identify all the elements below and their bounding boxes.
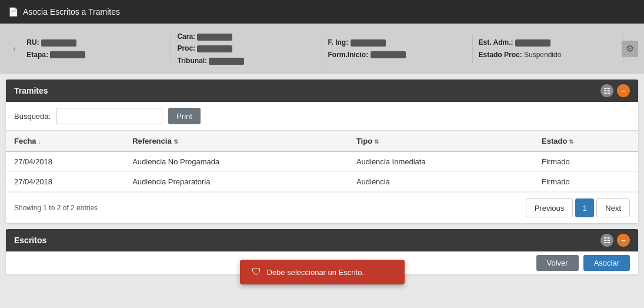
escritos-header: Escritos ☷ − <box>6 229 638 251</box>
tramites-table: Fecha↓ Referencia⇅ Tipo⇅ Estado⇅ 27/04/2… <box>6 131 638 192</box>
next-button[interactable]: Next <box>596 198 630 217</box>
tramites-title: Tramites <box>14 86 48 95</box>
sort-referencia: ⇅ <box>173 138 178 145</box>
navbar-title: Asocia Escritos a Tramites <box>23 7 120 16</box>
navbar: 📄 Asocia Escritos a Tramites <box>0 0 644 24</box>
cell-tipo: Audiencia <box>348 172 533 192</box>
cell-referencia: Audiencia Preparatoria <box>124 172 348 192</box>
tramites-settings-icon[interactable]: ☷ <box>600 84 613 97</box>
tribunal-value <box>209 58 244 65</box>
volver-button[interactable]: Volver <box>536 255 579 271</box>
toast-message: Debe seleccionar un Escrito. <box>267 268 364 277</box>
asociar-button[interactable]: Asociar <box>583 255 630 271</box>
cell-fecha: 27/04/2018 <box>6 172 124 192</box>
search-input[interactable] <box>56 108 162 124</box>
tramites-header-icons: ☷ − <box>600 84 630 97</box>
cell-estado: Firmado <box>533 172 638 192</box>
cell-tipo: Audiencia Inmediata <box>348 151 533 172</box>
sort-fecha: ↓ <box>38 138 41 145</box>
forminicio-value <box>371 51 406 58</box>
tramites-table-body: 27/04/2018Audiencia No ProgamadaAudienci… <box>6 151 638 192</box>
etapa-value <box>50 51 85 58</box>
fing-value <box>351 39 386 47</box>
sort-tipo: ⇅ <box>374 138 379 145</box>
col-estado[interactable]: Estado⇅ <box>533 131 638 152</box>
cara-value <box>197 34 232 41</box>
cell-referencia: Audiencia No Progamada <box>124 151 348 172</box>
search-label: Busqueda: <box>14 112 51 121</box>
col-fecha[interactable]: Fecha↓ <box>6 131 124 152</box>
showing-text: Showing 1 to 2 of 2 entries <box>14 204 98 212</box>
tramites-table-head: Fecha↓ Referencia⇅ Tipo⇅ Estado⇅ <box>6 131 638 152</box>
toast-icon: 🛡 <box>252 267 261 277</box>
previous-button[interactable]: Previous <box>526 198 573 217</box>
info-block-3: F. Ing: Form.Inicio: <box>322 34 473 63</box>
page-1-button[interactable]: 1 <box>575 198 594 217</box>
estadoproc-value: Suspendido <box>524 51 561 59</box>
info-block-2: Cara: Proc: Tribunal: <box>171 28 322 69</box>
escritos-header-icons: ☷ − <box>600 234 630 247</box>
search-bar: Busqueda: Print <box>6 102 638 131</box>
print-button[interactable]: Print <box>168 108 201 124</box>
tramites-header: Tramites ☷ − <box>6 80 638 102</box>
toast-container: 🛡 Debe seleccionar un Escrito. <box>240 260 405 284</box>
proc-value <box>197 45 232 52</box>
sort-estado: ⇅ <box>569 138 573 145</box>
info-block-1: RU: Etapa: <box>21 34 171 63</box>
gear-icon: ⚙ <box>626 43 634 54</box>
pagination-controls: Previous 1 Next <box>526 198 630 217</box>
navbar-icon: 📄 <box>8 7 18 16</box>
cell-estado: Firmado <box>533 151 638 172</box>
pagination-bar: Showing 1 to 2 of 2 entries Previous 1 N… <box>6 192 638 223</box>
gear-button[interactable]: ⚙ <box>622 41 638 57</box>
ru-value <box>41 39 76 47</box>
estadoadm-value <box>515 39 550 47</box>
info-block-4: Est. Adm.: Estado Proc: Suspendido <box>473 34 623 63</box>
table-row[interactable]: 27/04/2018Audiencia PreparatoriaAudienci… <box>6 172 638 192</box>
left-chevron[interactable]: ‹ <box>8 44 21 54</box>
tramites-collapse-icon[interactable]: − <box>617 84 630 97</box>
escritos-settings-icon[interactable]: ☷ <box>600 234 613 247</box>
cell-fecha: 27/04/2018 <box>6 151 124 172</box>
col-referencia[interactable]: Referencia⇅ <box>124 131 348 152</box>
table-row[interactable]: 27/04/2018Audiencia No ProgamadaAudienci… <box>6 151 638 172</box>
col-tipo[interactable]: Tipo⇅ <box>348 131 533 152</box>
escritos-title: Escritos <box>14 236 46 245</box>
tramites-panel: Tramites ☷ − Busqueda: Print Fecha↓ Refe… <box>6 80 638 223</box>
escritos-collapse-icon[interactable]: − <box>617 234 630 247</box>
info-strip: ‹ RU: Etapa: Cara: Proc: Tribunal: F. In… <box>0 24 644 74</box>
toast: 🛡 Debe seleccionar un Escrito. <box>240 260 405 284</box>
